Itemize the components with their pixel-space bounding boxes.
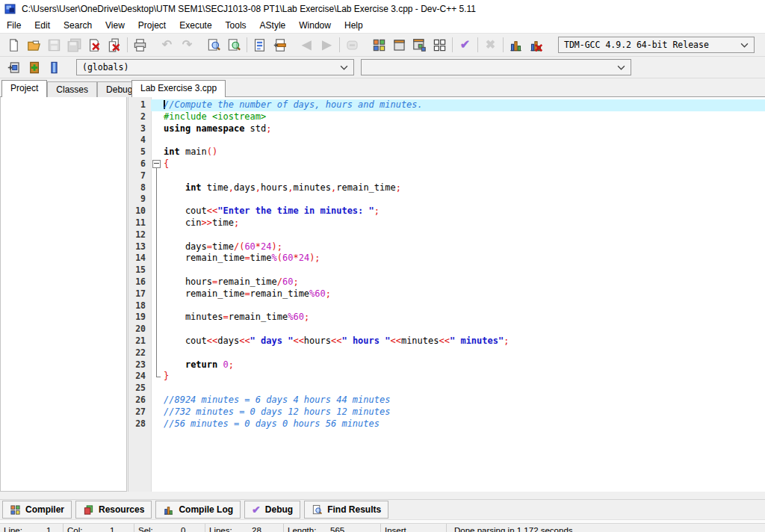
- class-select[interactable]: (globals): [76, 59, 354, 75]
- code-line[interactable]: 7: [128, 170, 765, 182]
- code-line[interactable]: 20: [128, 324, 765, 335]
- add-bookmark-button[interactable]: [24, 58, 44, 76]
- menu-item-project[interactable]: Project: [131, 19, 173, 32]
- menu-item-window[interactable]: Window: [292, 19, 338, 32]
- line-number[interactable]: 28: [128, 418, 151, 430]
- insert-button[interactable]: [4, 58, 24, 76]
- code-line[interactable]: 23 return 0;: [128, 359, 765, 371]
- report-tab-debug[interactable]: ✔Debug: [244, 501, 300, 519]
- run-button[interactable]: [389, 36, 409, 54]
- member-select[interactable]: [361, 59, 631, 75]
- line-number[interactable]: 4: [128, 134, 151, 146]
- profile-button[interactable]: [506, 36, 526, 54]
- menu-item-view[interactable]: View: [99, 19, 131, 32]
- syntax-check-button[interactable]: ✔: [455, 36, 475, 54]
- menu-item-search[interactable]: Search: [57, 19, 99, 32]
- code-line[interactable]: 9: [128, 194, 765, 205]
- code-line[interactable]: 18: [128, 300, 765, 312]
- code-line[interactable]: 28//56 minutes = 0 days 0 hours 56 minut…: [128, 418, 765, 430]
- compile-run-button[interactable]: [409, 36, 430, 54]
- menu-item-astyle[interactable]: AStyle: [253, 19, 293, 32]
- splitter[interactable]: [0, 492, 765, 499]
- code-line[interactable]: 17 remain_time=remain_time%60;: [128, 288, 765, 300]
- code-line[interactable]: 21 cout<<days<<" days "<<hours<<" hours …: [128, 335, 765, 347]
- editor-tab-lab-exercise-3-cpp[interactable]: Lab Exercise 3.cpp: [131, 80, 226, 97]
- report-tab-compiler[interactable]: Compiler: [2, 501, 72, 519]
- menu-item-help[interactable]: Help: [338, 19, 370, 32]
- line-number[interactable]: 26: [128, 395, 151, 406]
- line-number[interactable]: 8: [128, 182, 151, 194]
- line-number[interactable]: 7: [128, 170, 151, 182]
- line-number[interactable]: 1: [128, 99, 151, 111]
- line-number[interactable]: 2: [128, 111, 151, 123]
- compiler-profile-select[interactable]: TDM-GCC 4.9.2 64-bit Release: [558, 37, 755, 53]
- line-number[interactable]: 18: [128, 300, 151, 312]
- line-number[interactable]: 15: [128, 265, 151, 276]
- line-number[interactable]: 16: [128, 276, 151, 288]
- menu-item-edit[interactable]: Edit: [28, 19, 57, 32]
- code-line[interactable]: 13 days=time/(60*24);: [128, 241, 765, 253]
- line-number[interactable]: 12: [128, 229, 151, 241]
- close-all-button[interactable]: [105, 36, 125, 54]
- code-line[interactable]: 8 int time,days,hours,minutes,remain_tim…: [128, 182, 765, 194]
- code-line[interactable]: 2#include <iostream>: [128, 111, 765, 123]
- code-line[interactable]: 14 remain_time=time%(60*24);: [128, 253, 765, 265]
- open-file-button[interactable]: [24, 36, 44, 54]
- menu-item-execute[interactable]: Execute: [173, 19, 218, 32]
- code-line[interactable]: 15: [128, 265, 765, 276]
- code-line[interactable]: 1//Compute the number of days, hours and…: [128, 99, 765, 111]
- code-line[interactable]: 27//732 minutes = 0 days 12 hours 12 min…: [128, 406, 765, 418]
- line-number[interactable]: 11: [128, 217, 151, 229]
- fold-marker[interactable]: [151, 158, 164, 170]
- code-line[interactable]: 5int main(): [128, 146, 765, 158]
- line-number[interactable]: 24: [128, 371, 151, 383]
- code-line[interactable]: 6{: [128, 158, 765, 170]
- rebuild-button[interactable]: [430, 36, 450, 54]
- delete-profiling-button[interactable]: [526, 36, 546, 54]
- code-line[interactable]: 25: [128, 383, 765, 395]
- swap-header-source-button[interactable]: [270, 36, 290, 54]
- new-file-button[interactable]: [4, 36, 24, 54]
- code-line[interactable]: 22: [128, 347, 765, 359]
- line-number[interactable]: 6: [128, 158, 151, 170]
- project-panel[interactable]: [0, 97, 127, 492]
- line-number[interactable]: 9: [128, 194, 151, 205]
- replace-button[interactable]: [224, 36, 244, 54]
- code-editor[interactable]: 1//Compute the number of days, hours and…: [128, 97, 765, 492]
- menu-item-tools[interactable]: Tools: [219, 19, 253, 32]
- find-button[interactable]: [204, 36, 224, 54]
- line-number[interactable]: 25: [128, 383, 151, 395]
- panel-tab-project[interactable]: Project: [1, 80, 47, 97]
- code-line[interactable]: 19 minutes=remain_time%60;: [128, 312, 765, 324]
- compile-button[interactable]: [369, 36, 389, 54]
- line-number[interactable]: 27: [128, 406, 151, 418]
- line-number[interactable]: 19: [128, 312, 151, 324]
- line-number[interactable]: 14: [128, 253, 151, 265]
- close-file-button[interactable]: [84, 36, 105, 54]
- report-tab-compile-log[interactable]: Compile Log: [155, 501, 241, 519]
- code-line[interactable]: 11 cin>>time;: [128, 217, 765, 229]
- fold-collapse-icon[interactable]: [152, 160, 161, 168]
- code-line[interactable]: 24}: [128, 371, 765, 383]
- line-number[interactable]: 23: [128, 359, 151, 371]
- goto-line-button[interactable]: [250, 36, 270, 54]
- goto-bookmark-button[interactable]: [44, 58, 64, 76]
- code-line[interactable]: 26//8924 minutes = 6 days 4 hours 44 min…: [128, 395, 765, 406]
- print-button[interactable]: [130, 36, 150, 54]
- line-number[interactable]: 22: [128, 347, 151, 359]
- code-line[interactable]: 4: [128, 134, 765, 146]
- line-number[interactable]: 21: [128, 335, 151, 347]
- panel-tab-classes[interactable]: Classes: [47, 81, 97, 97]
- line-number[interactable]: 3: [128, 123, 151, 135]
- report-tab-resources[interactable]: Resources: [75, 501, 152, 519]
- line-number[interactable]: 17: [128, 288, 151, 300]
- line-number[interactable]: 5: [128, 146, 151, 158]
- code-line[interactable]: 16 hours=remain_time/60;: [128, 276, 765, 288]
- line-number[interactable]: 10: [128, 205, 151, 217]
- code-line[interactable]: 3using namespace std;: [128, 123, 765, 135]
- line-number[interactable]: 13: [128, 241, 151, 253]
- report-tab-find-results[interactable]: Find Results: [304, 501, 388, 519]
- menu-item-file[interactable]: File: [0, 19, 28, 32]
- line-number[interactable]: 20: [128, 324, 151, 335]
- code-line[interactable]: 10 cout<<"Enter the time in minutes: ";: [128, 205, 765, 217]
